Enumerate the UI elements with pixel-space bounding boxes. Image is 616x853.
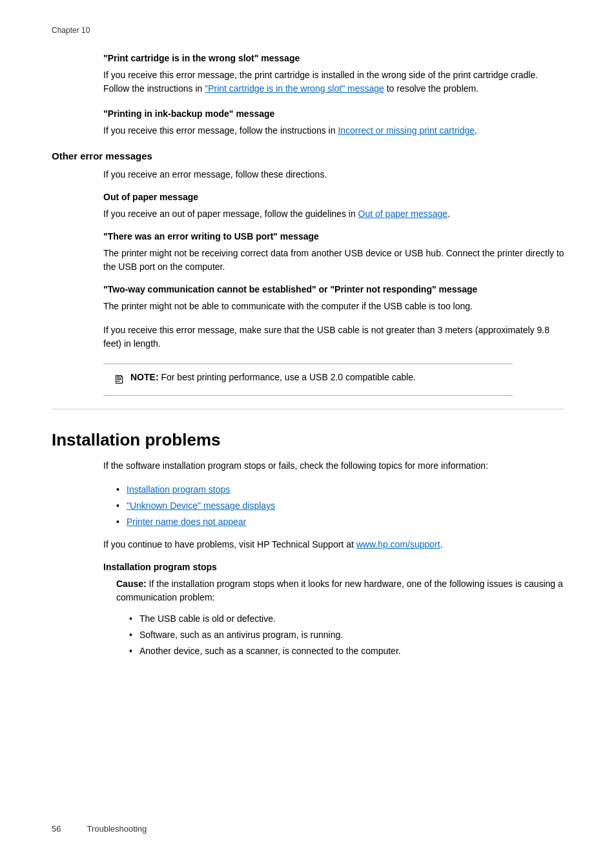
out-of-paper-body: If you receive an out of paper message, … [103,207,564,221]
page-footer: 56 Troubleshooting [52,824,147,834]
ink-backup-body-text: If you receive this error message, follo… [103,125,338,136]
install-stops-heading: Installation program stops [103,562,564,572]
ink-backup-heading: "Printing in ink-backup mode" message [103,108,564,119]
cause-text: If the installation program stops when i… [116,579,563,602]
footer-section: Troubleshooting [87,824,147,834]
cause-bullet-1: The USB cable is old or defective. [129,612,564,626]
bullet-item-1: Installation program stops [116,483,564,497]
page-number: 56 [52,824,61,834]
section-ink-backup: "Printing in ink-backup mode" message If… [52,108,564,138]
note-label: NOTE: [130,372,159,382]
out-of-paper-link[interactable]: Out of paper message [358,209,448,219]
out-of-paper-text: If you receive an out of paper message, … [103,209,358,219]
printer-name-link[interactable]: Printer name does not appear [127,517,246,527]
other-errors-section: Other error messages If you receive an e… [52,150,564,351]
note-text: For best printing performance, use a USB… [159,372,416,382]
cause-bullet-list: The USB cable is old or defective. Softw… [129,612,564,658]
two-way-body2: If you receive this error message, make … [103,324,564,351]
section-print-cartridge-wrong-slot: "Print cartridge is in the wrong slot" m… [52,53,564,96]
section-divider [52,409,564,409]
out-of-paper-end: . [447,209,450,219]
cause-label: Cause: [116,579,147,589]
cause-bullet-2: Software, such as an antivirus program, … [129,628,564,642]
print-cartridge-heading: "Print cartridge is in the wrong slot" m… [103,53,564,63]
support-text-prefix: If you continue to have problems, visit … [103,539,356,550]
print-cartridge-link[interactable]: "Print cartridge is in the wrong slot" m… [205,83,384,94]
note-box: 🖹 NOTE: For best printing performance, u… [103,364,513,396]
support-text-end: . [440,539,443,550]
ink-backup-body: If you receive this error message, follo… [103,124,564,138]
chapter-label: Chapter 10 [52,26,564,35]
usb-error-body: The printer might not be receiving corre… [103,247,564,274]
installation-title: Installation problems [52,425,564,450]
ink-backup-link[interactable]: Incorrect or missing print cartridge [338,125,475,136]
bullet-item-2: "Unknown Device" message displays [116,499,564,513]
support-link[interactable]: www.hp.com/support [356,539,440,550]
other-errors-heading: Other error messages [52,150,564,161]
two-way-heading: "Two-way communication cannot be establi… [103,284,564,294]
print-cartridge-body: If you receive this error message, the p… [103,68,564,96]
installation-stops-link[interactable]: Installation program stops [127,484,230,495]
note-content: NOTE: For best printing performance, use… [130,371,416,384]
two-way-body1: The printer might not be able to communi… [103,300,564,313]
other-errors-intro: If you receive an error message, follow … [103,168,564,181]
note-icon: 🖹 [114,371,125,389]
usb-error-heading: "There was an error writing to USB port"… [103,231,564,242]
cause-block: Cause: If the installation program stops… [116,577,564,604]
unknown-device-link[interactable]: "Unknown Device" message displays [127,500,275,511]
installation-problems-section: Installation problems If the software in… [52,425,564,658]
installation-intro: If the software installation program sto… [103,459,564,473]
support-text: If you continue to have problems, visit … [103,538,564,551]
installation-bullet-list: Installation program stops "Unknown Devi… [116,483,564,529]
out-of-paper-heading: Out of paper message [103,192,564,202]
cause-bullet-3: Another device, such as a scanner, is co… [129,644,564,658]
bullet-item-3: Printer name does not appear [116,515,564,529]
print-cartridge-body-end: to resolve the problem. [384,83,478,94]
ink-backup-body-end: . [475,125,477,136]
